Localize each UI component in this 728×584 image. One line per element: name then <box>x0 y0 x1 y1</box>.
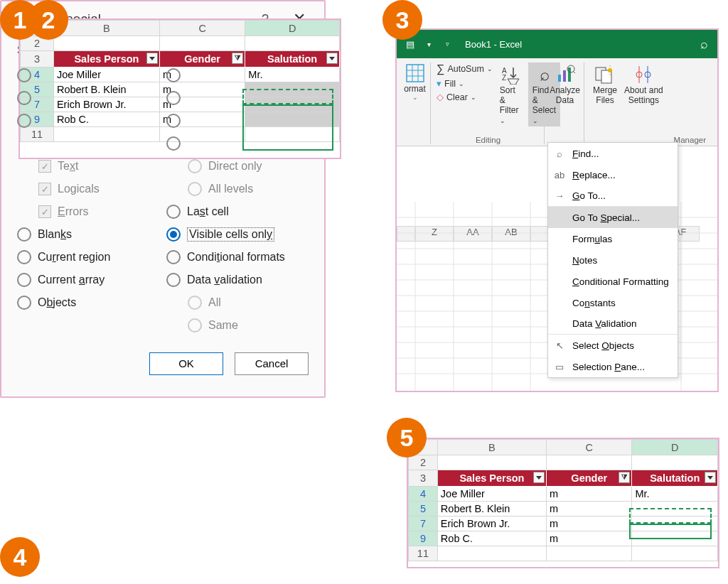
autosum-button[interactable]: ∑AutoSum⌄ <box>437 63 493 75</box>
row-header[interactable]: 3 <box>409 470 438 487</box>
filter-dropdown-icon[interactable] <box>146 53 158 64</box>
row-header[interactable]: 3 <box>21 51 54 67</box>
format-icon[interactable] <box>405 63 426 84</box>
cell[interactable]: Joe Miller <box>437 487 546 502</box>
filter-dropdown-icon[interactable] <box>533 472 545 483</box>
filter-active-icon[interactable]: ⧩ <box>619 472 630 483</box>
menu-item[interactable]: Constants <box>548 292 678 313</box>
row-header[interactable]: 11 <box>409 546 438 561</box>
row-header[interactable]: 5 <box>409 502 438 517</box>
table-header-gender[interactable]: Gender ⧩ <box>547 470 632 487</box>
search-icon[interactable]: ⌕ <box>697 37 711 51</box>
merge-files-button[interactable]: Merge Files <box>590 63 620 107</box>
about-settings-button[interactable]: About and Settings <box>621 63 666 107</box>
cell[interactable] <box>632 531 718 546</box>
row-header[interactable]: 2 <box>409 455 438 470</box>
menu-item[interactable]: Go To Special... <box>548 207 678 228</box>
cell[interactable]: Mr. <box>245 67 340 82</box>
menu-item[interactable]: Conditional Formatting <box>548 271 678 292</box>
fill-button[interactable]: ▾Fill⌄ <box>437 78 493 89</box>
filter-dropdown-icon[interactable] <box>326 53 338 64</box>
step-badge-3: 3 <box>382 0 422 40</box>
option-blanks[interactable]: Blanks <box>17 223 159 246</box>
menu-item[interactable]: ↖Select Objects <box>548 335 678 356</box>
option-dataval[interactable]: Data validation <box>166 269 309 291</box>
cell[interactable]: Erich Brown Jr. <box>437 517 546 531</box>
sort-filter-button[interactable]: AZ Sort & Filter ⌄ <box>497 63 524 126</box>
svg-text:Z: Z <box>502 74 506 82</box>
document-title: Book1 - Excel <box>465 39 522 50</box>
cell-selected[interactable] <box>245 112 340 127</box>
find-select-menu: ⌕Find...abReplace...→Go To...Go To Speci… <box>547 142 678 378</box>
col-header-D[interactable]: D <box>632 440 718 455</box>
option-visible[interactable]: Visible cells only <box>166 223 309 246</box>
row-header[interactable]: 9 <box>409 531 438 546</box>
svg-rect-7 <box>558 75 561 82</box>
panel-3-ribbon: ▤ ▾ ▿ Book1 - Excel ⌕ ormat ⌄ ∑AutoSum⌄ <box>395 28 719 392</box>
cancel-button[interactable]: Cancel <box>235 352 309 375</box>
step-badge-2: 2 <box>28 0 68 40</box>
menu-icon: ▭ <box>554 362 565 372</box>
col-header-C[interactable]: C <box>547 440 632 455</box>
option-condfmt[interactable]: Conditional formats <box>166 246 309 269</box>
analyze-data-button[interactable]: Analyze Data <box>547 63 583 107</box>
svg-rect-8 <box>563 70 566 82</box>
svg-line-11 <box>573 71 575 73</box>
col-header-C[interactable]: C <box>159 21 245 36</box>
cell[interactable]: m <box>547 487 632 502</box>
option-errors[interactable]: ✓Errors <box>17 200 159 223</box>
option-carray[interactable]: Current array <box>17 269 159 291</box>
table-header-gender[interactable]: Gender ⧩ <box>159 51 245 67</box>
cell[interactable]: Robert B. Klein <box>437 502 546 517</box>
col-header-B[interactable]: B <box>53 21 159 36</box>
option-cregion[interactable]: Current region <box>17 246 159 269</box>
option-objects[interactable]: Objects <box>17 291 159 314</box>
cell[interactable]: Erich Brown Jr. <box>53 97 159 112</box>
cell[interactable]: m <box>547 517 632 531</box>
qat-overflow-icon[interactable]: ▿ <box>440 37 454 51</box>
cell[interactable]: Joe Miller <box>53 67 159 82</box>
panel-5-sheet: B C D 2 3 Sales Person Gender ⧩ Sal <box>407 438 719 568</box>
cell[interactable]: m <box>547 502 632 517</box>
menu-icon: ↖ <box>554 340 565 351</box>
option-lastcell[interactable]: Last cell <box>166 200 309 223</box>
marquee-copy-border <box>242 89 333 104</box>
row-header[interactable]: 4 <box>409 487 438 502</box>
table-header-salutation[interactable]: Salutation <box>245 51 340 67</box>
cell[interactable]: Rob C. <box>53 112 159 127</box>
option-alllevels: All levels <box>166 178 309 200</box>
menu-item[interactable]: ⌕Find... <box>548 143 678 164</box>
table-header-salesperson[interactable]: Sales Person <box>53 51 159 67</box>
row-header[interactable]: 11 <box>21 127 54 142</box>
menu-item[interactable]: Formulas <box>548 228 678 249</box>
step-badge-4: 4 <box>0 537 40 577</box>
cell[interactable]: Robert B. Klein <box>53 82 159 97</box>
menu-item[interactable]: →Go To... <box>548 185 678 207</box>
cell[interactable]: Mr. <box>632 487 718 502</box>
col-header-D[interactable]: D <box>245 21 340 36</box>
table-header-salesperson[interactable]: Sales Person <box>437 470 546 487</box>
svg-rect-0 <box>407 65 424 82</box>
filter-dropdown-icon[interactable] <box>705 472 716 483</box>
svg-point-14 <box>608 68 612 72</box>
cell[interactable]: Rob C. <box>437 531 546 546</box>
menu-item[interactable]: abReplace... <box>548 164 678 185</box>
col-header-B[interactable]: B <box>437 440 546 455</box>
qat-dropdown-icon[interactable]: ▾ <box>422 37 436 51</box>
clear-button[interactable]: ◇Clear⌄ <box>437 92 493 102</box>
table-header-salutation[interactable]: Salutation <box>632 470 718 487</box>
menu-icon: ab <box>554 170 565 180</box>
cell[interactable]: m <box>547 531 632 546</box>
marquee-copy-border <box>629 508 712 524</box>
menu-item[interactable]: Notes <box>548 249 678 271</box>
option-logicals[interactable]: ✓Logicals <box>17 178 159 200</box>
svg-rect-9 <box>568 67 571 82</box>
titlebar: ▤ ▾ ▿ Book1 - Excel ⌕ <box>397 30 717 58</box>
format-label[interactable]: ormat <box>404 84 426 94</box>
row-header[interactable]: 7 <box>409 517 438 531</box>
menu-item[interactable]: Data Validation <box>548 313 678 335</box>
filter-active-icon[interactable]: ⧩ <box>232 53 243 64</box>
menu-icon: → <box>554 190 565 201</box>
menu-item[interactable]: ▭Selection Pane... <box>548 356 678 377</box>
ok-button[interactable]: OK <box>149 352 223 375</box>
